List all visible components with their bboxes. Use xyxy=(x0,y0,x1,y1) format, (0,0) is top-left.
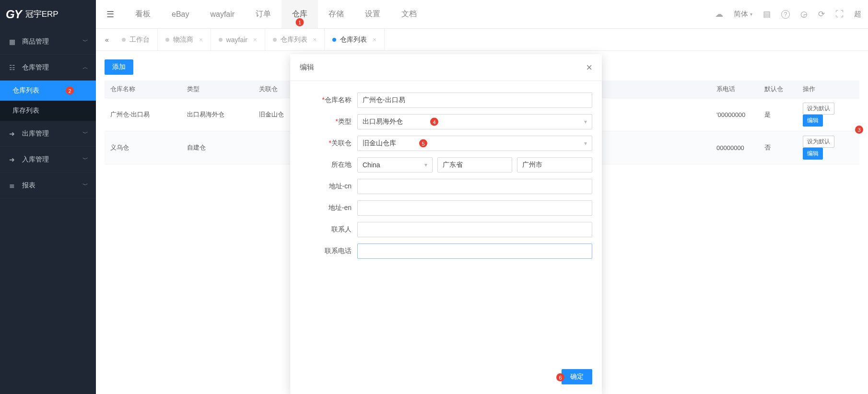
type-select[interactable]: 出口易海外仓 ▾ xyxy=(357,114,592,129)
contact-field[interactable] xyxy=(357,222,592,237)
nav-order[interactable]: 订单 xyxy=(245,0,282,28)
nav-warehouse[interactable]: 仓库 1 xyxy=(282,0,318,28)
label-rel: *关联仓 xyxy=(300,139,357,148)
top-header: GY 冠宇ERP ☰ 看板 eBay wayfair 订单 仓库 1 存储 设置… xyxy=(0,0,868,29)
label-phone: 联系电话 xyxy=(300,247,357,255)
edit-button[interactable]: 编辑 xyxy=(803,148,823,160)
sidebar-item-product[interactable]: ▦ 商品管理 ﹀ xyxy=(0,29,96,55)
sidebar: ▦ 商品管理 ﹀ ☷ 仓库管理 ︿ 仓库列表 2 库存列表 ➜ 出库管理 ﹀ ➜… xyxy=(0,29,96,394)
menu-collapse-icon[interactable]: ☰ xyxy=(96,9,125,20)
label-contact: 联系人 xyxy=(300,225,357,234)
close-icon[interactable]: × xyxy=(373,36,376,43)
logo: GY 冠宇ERP xyxy=(0,0,96,29)
sidebar-item-warehouse[interactable]: ☷ 仓库管理 ︿ xyxy=(0,55,96,81)
dashboard-icon[interactable]: ◶ xyxy=(800,9,808,19)
close-icon[interactable]: × xyxy=(586,61,592,74)
add-button[interactable]: 添加 xyxy=(105,59,133,75)
close-icon[interactable]: × xyxy=(313,36,317,43)
label-type: *类型 xyxy=(300,117,357,126)
out-icon: ➜ xyxy=(8,130,16,138)
logo-brand: GY xyxy=(6,8,22,21)
sidebar-item-label: 仓库管理 xyxy=(22,63,49,72)
nav-wayfair[interactable]: wayfair xyxy=(199,0,245,28)
sidebar-sub-stock-list[interactable]: 库存列表 xyxy=(0,101,96,121)
top-nav: 看板 eBay wayfair 订单 仓库 1 存储 设置 文档 xyxy=(125,0,715,28)
badge-1: 1 xyxy=(296,18,304,26)
col-actions: 操作 xyxy=(797,81,859,98)
tab-wayfair[interactable]: wayfair× xyxy=(211,29,265,51)
city-field[interactable] xyxy=(517,157,592,173)
sidebar-item-label: 报表 xyxy=(22,181,35,190)
edit-button[interactable]: 编辑 xyxy=(803,115,823,127)
sidebar-item-inbound[interactable]: ➜ 入库管理 ﹀ xyxy=(0,147,96,173)
close-icon[interactable]: × xyxy=(199,36,203,43)
phone-field[interactable] xyxy=(357,243,592,259)
sidebar-sub-warehouse-list[interactable]: 仓库列表 2 xyxy=(0,81,96,101)
chevron-up-icon: ︿ xyxy=(82,63,88,71)
badge-4: 4 xyxy=(430,118,438,126)
dialog-footer: 6 确定 xyxy=(290,362,602,394)
overflow-text: 超 xyxy=(854,10,861,19)
country-select[interactable]: China▾ xyxy=(357,157,433,173)
tabs-bar: « 工作台 物流商× wayfair× 仓库列表× 仓库列表× xyxy=(96,29,868,51)
nav-ebay[interactable]: eBay xyxy=(161,0,199,28)
dialog-body: *仓库名称 *类型 出口易海外仓 ▾ 4 *关联仓 旧金山仓库 ▾ 5 xyxy=(290,81,602,362)
addr-cn-field[interactable] xyxy=(357,179,592,194)
db-icon: ☷ xyxy=(8,64,16,71)
label-loc: 所在地 xyxy=(300,161,357,169)
tab-warehouse-list-2[interactable]: 仓库列表× xyxy=(325,29,385,51)
cloud-icon[interactable]: ☁ xyxy=(715,9,723,19)
nav-storage[interactable]: 存储 xyxy=(318,0,354,28)
tab-logistics[interactable]: 物流商× xyxy=(158,29,211,51)
set-default-button[interactable]: 设为默认 xyxy=(803,136,834,148)
dialog-header: 编辑 × xyxy=(290,54,602,81)
help-icon[interactable]: ? xyxy=(781,10,790,19)
close-icon[interactable]: × xyxy=(253,36,257,43)
in-icon: ➜ xyxy=(8,156,16,163)
tabs-collapse-icon[interactable]: « xyxy=(100,36,114,44)
sidebar-item-outbound[interactable]: ➜ 出库管理 ﹀ xyxy=(0,121,96,147)
grid-icon: ▦ xyxy=(8,38,16,46)
tab-dot-icon xyxy=(219,38,223,42)
tab-dot-icon xyxy=(122,38,126,42)
addr-en-field[interactable] xyxy=(357,200,592,216)
fullscreen-icon[interactable]: ⛶ xyxy=(835,10,844,19)
tab-dot-icon xyxy=(165,38,169,42)
col-type: 类型 xyxy=(181,81,253,98)
rel-select[interactable]: 旧金山仓库 ▾ xyxy=(357,136,592,151)
layout-icon[interactable]: ▤ xyxy=(763,9,771,19)
tab-dot-icon xyxy=(332,38,336,42)
chevron-down-icon: ▾ xyxy=(424,162,427,168)
col-name: 仓库名称 xyxy=(105,81,181,98)
badge-2: 2 xyxy=(66,87,74,95)
refresh-icon[interactable]: ⟳ xyxy=(818,9,825,19)
label-addr-en: 地址-en xyxy=(300,204,357,212)
list-icon: ≣ xyxy=(8,182,16,189)
logo-name: 冠宇ERP xyxy=(25,9,59,20)
nav-settings[interactable]: 设置 xyxy=(354,0,391,28)
badge-5: 5 xyxy=(419,139,427,148)
confirm-button[interactable]: 确定 xyxy=(562,369,592,384)
set-default-button[interactable]: 设为默认 xyxy=(803,103,834,115)
lang-select[interactable]: 简体▾ xyxy=(734,10,752,19)
chevron-down-icon: ﹀ xyxy=(82,155,88,163)
province-field[interactable] xyxy=(437,157,513,173)
col-phone: 系电话 xyxy=(711,81,759,98)
badge-6: 6 xyxy=(556,373,564,382)
sidebar-sub-label: 库存列表 xyxy=(12,106,39,115)
sidebar-item-report[interactable]: ≣ 报表 ﹀ xyxy=(0,173,96,198)
nav-docs[interactable]: 文档 xyxy=(391,0,427,28)
top-right: ☁ 简体▾ ▤ ? ◶ ⟳ ⛶ 超 xyxy=(715,9,868,19)
badge-3: 3 xyxy=(855,126,863,134)
tab-warehouse-list-1[interactable]: 仓库列表× xyxy=(265,29,325,51)
edit-dialog: 编辑 × *仓库名称 *类型 出口易海外仓 ▾ 4 *关联仓 旧金山仓库 ▾ xyxy=(290,54,602,394)
chevron-down-icon: ▾ xyxy=(584,118,587,125)
sidebar-item-label: 商品管理 xyxy=(22,37,49,46)
dialog-title: 编辑 xyxy=(300,63,314,72)
label-name: *仓库名称 xyxy=(300,96,357,104)
chevron-down-icon: ﹀ xyxy=(82,129,88,138)
tab-workbench[interactable]: 工作台 xyxy=(114,29,158,51)
nav-dashboard[interactable]: 看板 xyxy=(125,0,161,28)
name-field[interactable] xyxy=(357,93,592,108)
sidebar-item-label: 入库管理 xyxy=(22,155,49,164)
